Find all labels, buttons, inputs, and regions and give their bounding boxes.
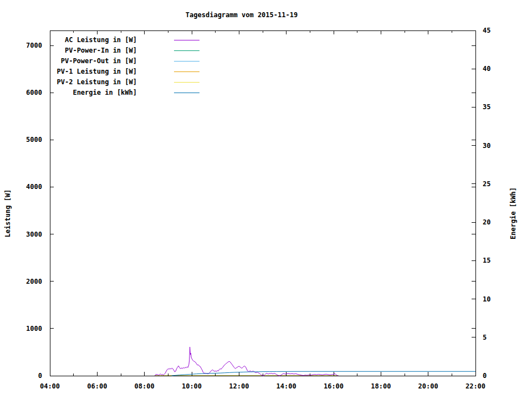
y-tick-label: 3000 [26,231,42,238]
x-tick-label: 12:00 [229,382,249,390]
legend-item-energie: Energie in [kWh] [50,88,200,98]
x-tick-label: 22:00 [466,382,485,390]
y2-tick-label: 30 [483,142,490,150]
legend-item-pv2-leistung: PV-2 Leistung in [W] [50,77,200,88]
legend: AC Leistung in [W]PV-Power-In in [W]PV-P… [50,35,200,98]
legend-spacer [137,61,174,62]
legend-spacer [137,50,174,51]
y2-tick-label: 10 [483,295,490,303]
legend-spacer [137,71,174,72]
y-tick-label: 4000 [26,183,42,191]
legend-label-ac-leistung: AC Leistung in [W] [50,35,137,45]
legend-line-sample-pv1-leistung [174,71,200,73]
y2-tick-label: 35 [483,103,490,111]
legend-spacer [137,93,174,93]
legend-label-pv1-leistung: PV-1 Leistung in [W] [50,66,137,77]
y-tick-label: 1000 [26,325,42,332]
legend-item-pv-power-in: PV-Power-In in [W] [50,45,200,56]
legend-line-sample-pv-power-out [174,61,200,62]
x-tick-label: 04:00 [40,382,60,390]
legend-label-pv-power-out: PV-Power-Out in [W] [50,56,137,66]
legend-line-sample-energie [174,93,200,94]
y2-tick-label: 0 [483,372,487,380]
y-tick-label: 2000 [26,278,42,285]
legend-line-sample-pv2-leistung [174,82,200,83]
y2-tick-label: 40 [483,65,490,73]
legend-item-ac-leistung: AC Leistung in [W] [50,35,200,45]
x-tick-label: 14:00 [277,382,296,390]
y-tick-label: 0 [38,372,42,380]
legend-spacer [137,40,174,40]
y-tick-label: 5000 [26,136,42,144]
y-tick-label: 6000 [26,89,42,96]
y2-tick-label: 15 [483,257,490,264]
y2-tick-label: 25 [483,180,490,188]
x-tick-label: 20:00 [418,382,438,390]
x-tick-label: 08:00 [135,382,155,390]
legend-label-pv-power-in: PV-Power-In in [W] [50,45,137,56]
y-tick-label: 7000 [26,42,42,49]
legend-spacer [137,82,174,83]
legend-label-energie: Energie in [kWh] [50,88,137,98]
legend-item-pv-power-out: PV-Power-Out in [W] [50,56,200,66]
x-tick-label: 10:00 [182,382,202,390]
x-tick-label: 18:00 [371,382,391,390]
legend-label-pv2-leistung: PV-2 Leistung in [W] [50,77,137,88]
x-tick-label: 16:00 [324,382,344,390]
x-tick-label: 06:00 [87,382,107,390]
chart-canvas: Tagesdiagramm vom 2015-11-19 Leistung [W… [0,0,532,399]
series-line-energie [172,371,475,376]
y2-tick-label: 20 [483,218,490,226]
y2-tick-label: 45 [483,27,490,34]
legend-line-sample-pv-power-in [174,50,200,52]
legend-line-sample-ac-leistung [174,40,200,41]
legend-item-pv1-leistung: PV-1 Leistung in [W] [50,66,200,77]
y2-tick-label: 5 [483,334,487,341]
